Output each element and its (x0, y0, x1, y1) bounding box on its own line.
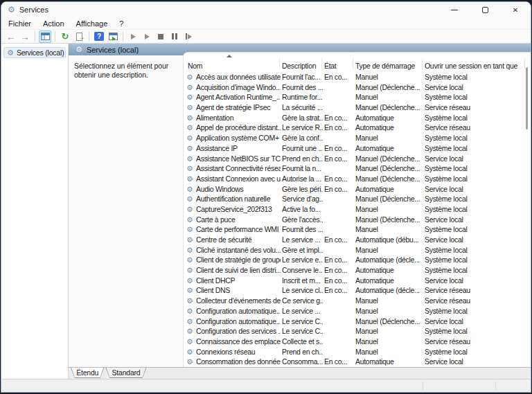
start-service-button-alt[interactable] (141, 30, 153, 43)
table-row[interactable]: ⚙Configuration des services ...Le servic… (184, 326, 531, 337)
export-list-button[interactable] (73, 30, 85, 43)
service-name: Client de suivi de lien distri... (196, 265, 281, 276)
pane-header-title: Services (local) (87, 46, 139, 54)
table-row[interactable]: ⚙Connexions réseauPrend en ch...ManuelSy… (184, 347, 531, 357)
table-row[interactable]: ⚙Consommation des donnéesConsomma...En c… (184, 357, 531, 367)
table-row[interactable]: ⚙Assistance IPFournit une ...En co...Aut… (184, 143, 531, 154)
service-gear-icon: ⚙ (186, 337, 193, 346)
table-row[interactable]: ⚙AlimentationGère la strat...En co...Aut… (184, 113, 531, 123)
table-row[interactable]: ⚙Audio WindowsGère les péri...En co...Au… (184, 184, 531, 195)
tab-label: Étendu (71, 368, 103, 377)
table-row[interactable]: ⚙Appel de procédure distant...Le service… (184, 123, 531, 133)
toolbar-separator (123, 31, 123, 42)
show-window-button[interactable] (107, 30, 119, 43)
table-row[interactable]: ⚙Client de stratégie de groupeLe service… (184, 255, 531, 265)
maximize-button[interactable] (470, 2, 500, 17)
column-header-3[interactable]: Type de démarrage (355, 61, 423, 71)
service-startup-type: Manuel (Déclenche... (355, 194, 423, 204)
service-gear-icon: ⚙ (186, 83, 193, 92)
table-row[interactable]: ⚙Client DNSLe service cl...En co...Autom… (184, 285, 531, 296)
back-icon: ← (6, 32, 16, 42)
stop-icon (158, 34, 163, 39)
service-name: Connaissance des emplace... (196, 337, 281, 347)
table-row[interactable]: ⚙Agent de stratégie IPsecLa sécurité ...… (184, 102, 531, 113)
service-name: Client de stratégie de groupe (196, 255, 281, 265)
stop-service-button[interactable] (154, 30, 167, 43)
menu-item-action[interactable]: Action (37, 18, 70, 29)
service-startup-type: Manuel (355, 224, 423, 235)
close-button[interactable]: ✕ (500, 2, 531, 17)
column-header-1[interactable]: Description (282, 61, 323, 71)
column-divider[interactable] (279, 58, 280, 69)
refresh-button[interactable]: ↻ (59, 30, 71, 43)
service-status: En co... (324, 184, 354, 195)
table-row[interactable]: ⚙Carte de performance WMIFournit des ...… (184, 224, 531, 235)
column-divider[interactable] (524, 58, 525, 69)
service-name: Agent de stratégie IPsec (196, 102, 281, 113)
menu-item-fichier[interactable]: Fichier (3, 18, 37, 29)
table-row[interactable]: ⚙Client DHCPInscrit et m...En co...Autom… (184, 276, 531, 286)
table-row[interactable]: ⚙Application système COM+Gère la conf...… (184, 133, 531, 143)
service-description: Fournit des ... (282, 224, 323, 235)
service-description: Inscrit et m... (282, 276, 323, 286)
start-service-button[interactable] (127, 30, 139, 43)
service-logon-as: Système local (425, 347, 523, 357)
table-row[interactable]: ⚙Acquisition d'image Windo...Fournit des… (184, 82, 531, 93)
table-row[interactable]: ⚙Configuration automatique...Le service … (184, 306, 531, 316)
service-startup-type: Manuel (355, 296, 423, 306)
restart-service-button[interactable] (182, 30, 195, 43)
service-logon-as: Système local (425, 92, 523, 102)
sort-ascending-icon (227, 55, 232, 57)
services-list-panel: NomDescriptionÉtatType de démarrageOuvri… (183, 52, 531, 367)
table-row[interactable]: ⚙Configuration automatique...Le service … (184, 316, 531, 327)
service-name: Centre de sécurité (196, 235, 281, 245)
table-row[interactable]: ⚙Cliché instantané des volu...Gère et im… (184, 245, 531, 256)
tab-tendu[interactable]: Étendu (71, 368, 104, 378)
menu-item-affichage[interactable]: Affichage (71, 18, 114, 29)
table-row[interactable]: ⚙Collecteur d'événements de...Ce service… (184, 296, 531, 306)
table-row[interactable]: ⚙CaptureService_202f313Active la fo...Ma… (184, 204, 531, 215)
column-header-2[interactable]: État (324, 61, 354, 71)
tab-standard[interactable]: Standard (105, 368, 146, 378)
service-description: Collecte et s... (282, 337, 323, 347)
table-row[interactable]: ⚙Connaissance des emplace...Collecte et … (184, 337, 531, 347)
service-gear-icon: ⚙ (186, 73, 193, 82)
service-startup-type: Automatique (décle... (355, 255, 423, 265)
service-description: Active la fo... (282, 204, 323, 215)
service-name: Assistance NetBIOS sur TCP... (196, 154, 281, 164)
help-button[interactable]: ? (93, 30, 105, 43)
table-row[interactable]: ⚙Assistance NetBIOS sur TCP...Prend en c… (184, 154, 531, 164)
service-startup-type: Manuel (Déclenche... (355, 316, 423, 327)
service-name: Appel de procédure distant... (196, 123, 281, 133)
table-row[interactable]: ⚙Accès aux données utilisate...Fournit l… (184, 72, 531, 82)
forward-button[interactable]: → (19, 30, 31, 43)
vertical-scrollbar-thumb[interactable] (526, 67, 528, 129)
minimize-button[interactable] (439, 2, 470, 17)
service-description: Le service R... (282, 123, 323, 133)
service-name: Alimentation (196, 113, 281, 123)
tree-item-services-local[interactable]: ⚙ Services (local) (3, 47, 66, 58)
show-console-tree-button[interactable] (39, 30, 51, 43)
table-row[interactable]: ⚙Carte à puceGère l'accès...Manuel (Décl… (184, 215, 531, 225)
column-header-0[interactable]: Nom (188, 61, 272, 71)
service-startup-type: Automatique (355, 143, 423, 154)
service-description: Autorise la ... (282, 174, 323, 184)
table-row[interactable]: ⚙Assistant Connexion avec u...Autorise l… (184, 174, 531, 184)
menu-item-?[interactable]: ? (114, 18, 129, 29)
forward-icon: → (20, 32, 30, 42)
title-bar[interactable]: ⚙ Services ✕ (1, 2, 531, 17)
table-row[interactable]: ⚙Agent Activation Runtime_...Runtime for… (184, 92, 531, 102)
service-logon-as: Service local (425, 154, 523, 164)
services-node-icon: ⚙ (7, 49, 14, 57)
service-description: Fournit une ... (282, 143, 323, 154)
column-header-4[interactable]: Ouvrir une session en tant que (425, 61, 523, 71)
service-description: Ce service g... (282, 296, 323, 306)
service-gear-icon: ⚙ (186, 174, 193, 183)
table-row[interactable]: ⚙Authentification naturelleService d'ag.… (184, 194, 531, 204)
back-button[interactable]: ← (5, 30, 17, 43)
table-row[interactable]: ⚙Client de suivi de lien distri...Conser… (184, 265, 531, 276)
service-name: Accès aux données utilisate... (196, 72, 281, 82)
table-row[interactable]: ⚙Assistant Connectivité réseauFournit la… (184, 163, 531, 174)
pause-service-button[interactable] (168, 30, 181, 43)
table-row[interactable]: ⚙Centre de sécuritéLe service ...En co..… (184, 235, 531, 245)
